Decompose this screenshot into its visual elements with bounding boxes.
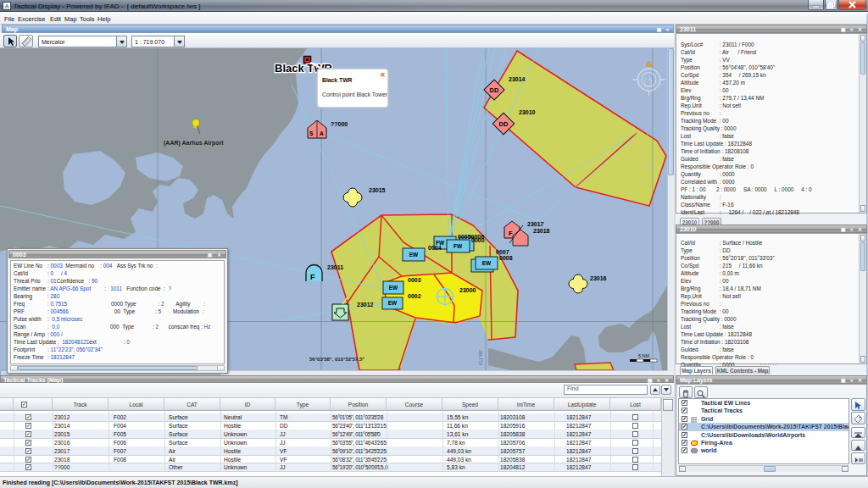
svg-text:EW: EW [389,285,398,291]
svg-text:23010: 23010 [519,109,536,115]
svg-text:23012: 23012 [357,302,374,308]
svg-text:F: F [509,230,513,237]
svg-text:23017: 23017 [527,221,544,227]
svg-text:F: F [310,273,315,281]
svg-text:EW: EW [409,252,419,258]
svg-text:S: S [309,130,314,136]
svg-text:23016: 23016 [590,275,607,281]
svg-text:23015: 23015 [369,187,386,193]
svg-text:DD: DD [499,120,509,128]
svg-text:FW: FW [453,243,463,249]
svg-text:Black TWR: Black TWR [322,77,353,83]
svg-text:0003: 0003 [408,277,421,283]
svg-text:23014: 23014 [509,76,526,82]
svg-text:0007: 0007 [496,249,509,255]
svg-text:EW: EW [482,260,492,266]
svg-text:0008: 0008 [499,255,513,261]
svg-text:Control point Black Tower: Control point Black Tower [322,92,388,98]
svg-text:??000: ??000 [331,121,348,127]
svg-text:0004: 0004 [428,245,442,251]
svg-text:✕: ✕ [380,71,386,79]
svg-text:(AAR) Aarhus Airport: (AAR) Aarhus Airport [164,140,224,147]
svg-text:5 NM: 5 NM [638,353,650,358]
svg-text:23011: 23011 [327,264,343,270]
svg-text:23018: 23018 [533,228,550,234]
svg-text:011°00': 011°00' [478,350,483,365]
svg-text:EW: EW [388,300,398,306]
svg-text:A: A [320,130,324,136]
svg-text:DD: DD [490,86,499,94]
svg-text:0000: 0000 [471,237,485,243]
svg-text:56°03'58", 010°52'57.5": 56°03'58", 010°52'57.5" [309,357,364,362]
svg-text:23000: 23000 [459,287,476,293]
svg-text:0002: 0002 [408,293,421,299]
